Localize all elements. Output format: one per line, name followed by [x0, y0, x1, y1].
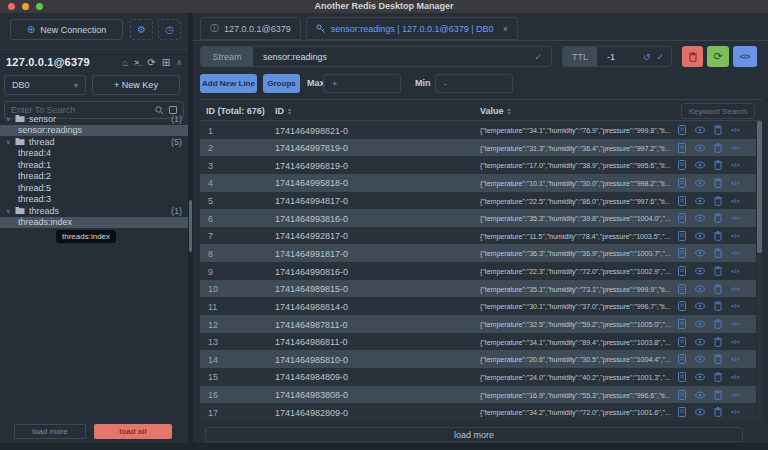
table-row[interactable]: 9 1741464990816-0 {"temperature":"22.3",…: [200, 262, 756, 280]
collapse-icon[interactable]: ∧: [176, 58, 182, 67]
table-row[interactable]: 15 1741464984809-0 {"temperature":"24.0"…: [200, 368, 756, 386]
settings-button[interactable]: ⚙: [130, 19, 153, 40]
copy-document-icon[interactable]: [678, 213, 686, 223]
groups-button[interactable]: Groups: [263, 74, 300, 93]
grid-icon[interactable]: ⊞: [162, 57, 170, 68]
tree-key-thread:3[interactable]: thread:3: [0, 194, 188, 206]
tree-folder-thread[interactable]: ∨ thread (5): [0, 136, 188, 148]
view-eye-icon[interactable]: [695, 285, 705, 293]
delete-row-icon[interactable]: [714, 390, 722, 400]
delete-key-button[interactable]: [682, 46, 703, 67]
copy-document-icon[interactable]: [678, 284, 686, 294]
row-code-icon[interactable]: </>: [731, 374, 740, 380]
view-eye-icon[interactable]: [695, 373, 705, 381]
table-row[interactable]: 12 1741464987811-0 {"temperature":"32.5"…: [200, 315, 756, 333]
new-key-button[interactable]: + New Key: [92, 75, 180, 95]
column-header-id[interactable]: ID ▲▼: [275, 100, 292, 122]
tree-folder-sensor[interactable]: ∨ sensor (1): [0, 113, 188, 125]
row-code-icon[interactable]: </>: [731, 392, 740, 398]
delete-row-icon[interactable]: [714, 337, 722, 347]
maximize-window-icon[interactable]: [36, 3, 43, 10]
view-eye-icon[interactable]: [695, 302, 705, 310]
copy-document-icon[interactable]: [678, 248, 686, 258]
delete-row-icon[interactable]: [714, 372, 722, 382]
row-code-icon[interactable]: </>: [731, 303, 740, 309]
tree-key-thread:5[interactable]: thread:5: [0, 182, 188, 194]
sidebar-load-more-button[interactable]: load more: [14, 424, 86, 439]
table-scrollbar-thumb[interactable]: [757, 121, 762, 253]
view-eye-icon[interactable]: [695, 320, 705, 328]
refresh-icon[interactable]: ⟳: [147, 57, 155, 68]
copy-document-icon[interactable]: [678, 301, 686, 311]
min-input[interactable]: -: [435, 74, 513, 93]
view-eye-icon[interactable]: [695, 214, 705, 222]
row-code-icon[interactable]: </>: [731, 321, 740, 327]
row-code-icon[interactable]: </>: [731, 356, 740, 362]
sidebar-scrollbar-thumb[interactable]: [189, 200, 192, 252]
tree-key-threads:index[interactable]: threads:index: [0, 217, 188, 229]
table-row[interactable]: 17 1741464982809-0 {"temperature":"34.2"…: [200, 403, 756, 421]
delete-row-icon[interactable]: [714, 160, 722, 170]
ttl-undo-icon[interactable]: ↺: [643, 52, 651, 62]
keyword-search-input[interactable]: Keyword Search: [681, 103, 755, 119]
view-eye-icon[interactable]: [695, 197, 705, 205]
ttl-input[interactable]: -1: [597, 52, 643, 62]
view-eye-icon[interactable]: [695, 267, 705, 275]
delete-row-icon[interactable]: [714, 213, 722, 223]
table-row[interactable]: 2 1741464997819-0 {"temperature":"31.3",…: [200, 139, 756, 157]
copy-document-icon[interactable]: [678, 125, 686, 135]
confirm-key-icon[interactable]: ✓: [534, 52, 551, 62]
row-code-icon[interactable]: </>: [731, 215, 740, 221]
copy-document-icon[interactable]: [678, 319, 686, 329]
table-row[interactable]: 3 1741464996819-0 {"temperature":"17.0",…: [200, 156, 756, 174]
table-row[interactable]: 11 1741464988814-0 {"temperature":"30.1"…: [200, 297, 756, 315]
table-row[interactable]: 16 1741464983808-0 {"temperature":"16.9"…: [200, 386, 756, 404]
history-button[interactable]: ◷: [158, 19, 181, 40]
new-connection-button[interactable]: ⊕ New Connection: [10, 19, 123, 40]
delete-row-icon[interactable]: [714, 125, 722, 135]
connection-header[interactable]: 127.0.0.1@6379 ⌂ >_ ⟳ ⊞ ∧: [6, 55, 182, 69]
refresh-key-button[interactable]: ⟳: [707, 46, 729, 67]
copy-document-icon[interactable]: [678, 390, 686, 400]
copy-document-icon[interactable]: [678, 337, 686, 347]
ttl-confirm-icon[interactable]: ✓: [656, 52, 664, 62]
view-eye-icon[interactable]: [695, 408, 705, 416]
sort-icon[interactable]: ▲▼: [507, 107, 512, 115]
tree-folder-threads[interactable]: ∨ threads (1): [0, 205, 188, 217]
table-row[interactable]: 1 1741464998821-0 {"temperature":"34.1",…: [200, 121, 756, 139]
table-scrollbar[interactable]: [757, 121, 762, 421]
row-code-icon[interactable]: </>: [731, 127, 740, 133]
row-code-icon[interactable]: </>: [731, 250, 740, 256]
delete-row-icon[interactable]: [714, 354, 722, 364]
table-row[interactable]: 7 1741464992817-0 {"temperature":"11.5",…: [200, 227, 756, 245]
table-row[interactable]: 14 1741464985810-0 {"temperature":"20.6"…: [200, 350, 756, 368]
delete-row-icon[interactable]: [714, 319, 722, 329]
table-row[interactable]: 5 1741464994817-0 {"temperature":"22.5",…: [200, 192, 756, 210]
table-load-more-button[interactable]: load more: [205, 427, 743, 442]
tab-sensor-readings[interactable]: sensor:readings | 127.0.0.1@6379 | DB0 ×: [306, 17, 518, 40]
sort-icon[interactable]: ▲▼: [287, 107, 292, 115]
terminal-icon[interactable]: >_: [134, 58, 141, 67]
copy-document-icon[interactable]: [678, 231, 686, 241]
db-select[interactable]: DB0 ▾: [4, 75, 86, 95]
delete-row-icon[interactable]: [714, 196, 722, 206]
tree-key-thread:2[interactable]: thread:2: [0, 171, 188, 183]
table-row[interactable]: 6 1741464993816-0 {"temperature":"35.3",…: [200, 209, 756, 227]
delete-row-icon[interactable]: [714, 301, 722, 311]
view-eye-icon[interactable]: [695, 126, 705, 134]
row-code-icon[interactable]: </>: [731, 339, 740, 345]
table-row[interactable]: 13 1741464986811-0 {"temperature":"34.1"…: [200, 333, 756, 351]
view-eye-icon[interactable]: [695, 144, 705, 152]
delete-row-icon[interactable]: [714, 284, 722, 294]
copy-document-icon[interactable]: [678, 372, 686, 382]
tab-connection[interactable]: ⓘ 127.0.0.1@6379: [200, 17, 301, 40]
view-eye-icon[interactable]: [695, 391, 705, 399]
close-window-icon[interactable]: [8, 3, 15, 10]
delete-row-icon[interactable]: [714, 178, 722, 188]
row-code-icon[interactable]: </>: [731, 180, 740, 186]
view-eye-icon[interactable]: [695, 355, 705, 363]
view-eye-icon[interactable]: [695, 232, 705, 240]
add-new-line-button[interactable]: Add New Line: [200, 74, 257, 93]
home-icon[interactable]: ⌂: [122, 57, 128, 68]
view-eye-icon[interactable]: [695, 338, 705, 346]
